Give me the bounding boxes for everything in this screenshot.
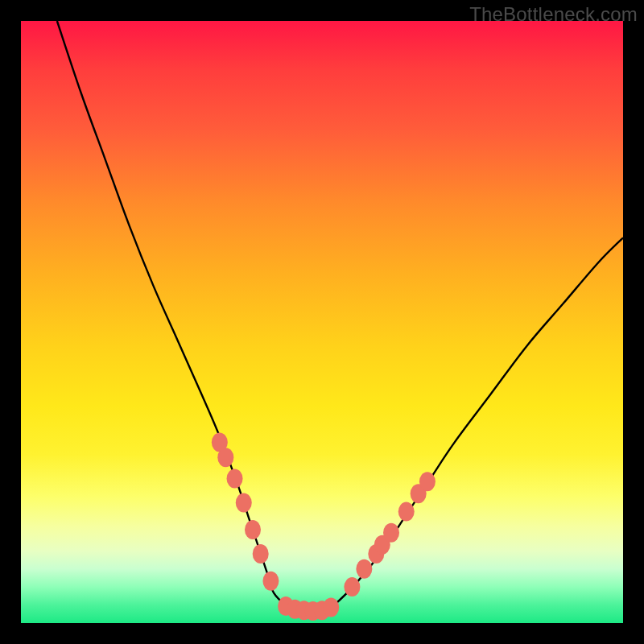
bottleneck-curve-svg: [21, 21, 623, 623]
curve-marker: [323, 598, 339, 617]
watermark-text: TheBottleneck.com: [469, 3, 638, 26]
curve-marker: [227, 469, 243, 488]
curve-marker: [383, 523, 399, 543]
bottleneck-curve-line: [57, 21, 623, 612]
curve-marker: [245, 520, 261, 539]
curve-marker: [356, 559, 372, 579]
curve-marker: [344, 577, 360, 597]
curve-marker: [398, 502, 415, 522]
curve-markers: [212, 433, 436, 621]
curve-marker: [419, 472, 436, 491]
curve-marker: [217, 448, 233, 467]
curve-marker: [253, 544, 269, 564]
curve-marker: [262, 572, 279, 591]
curve-marker: [236, 493, 252, 512]
chart-plot-area: [21, 21, 623, 623]
